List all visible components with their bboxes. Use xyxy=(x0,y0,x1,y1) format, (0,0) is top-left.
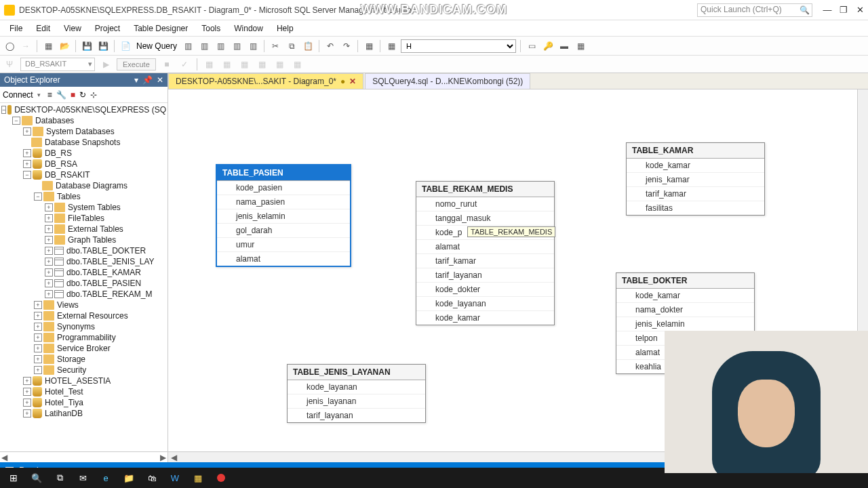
oe-refresh-icon[interactable]: ↻ xyxy=(79,90,86,100)
tree-table[interactable]: dbo.TABLE_PASIEN xyxy=(66,279,141,288)
twisty-icon[interactable]: + xyxy=(45,214,53,222)
tree-exttables[interactable]: External Tables xyxy=(68,224,123,234)
key-icon[interactable]: 🔑 xyxy=(541,39,555,53)
twisty-icon[interactable]: + xyxy=(34,333,42,342)
twisty-icon[interactable]: + xyxy=(45,279,53,287)
record-icon[interactable] xyxy=(210,468,232,487)
table-column[interactable]: kode_layanan xyxy=(416,297,554,311)
twisty-icon[interactable]: + xyxy=(34,312,42,320)
twisty-icon[interactable]: + xyxy=(34,344,42,352)
oe-plus-icon[interactable]: ⊹ xyxy=(90,90,97,100)
twisty-icon[interactable]: − xyxy=(23,171,31,179)
table-column[interactable]: nomo_rurut xyxy=(416,197,554,211)
twisty-icon[interactable]: − xyxy=(1,106,6,114)
tree-db[interactable]: HOTEL_ASESTIA xyxy=(45,376,111,386)
twisty-icon[interactable]: + xyxy=(45,225,53,233)
table-header[interactable]: TABLE_REKAM_MEDIS xyxy=(416,182,554,197)
tree-syn[interactable]: Synonyms xyxy=(57,322,95,331)
table-column[interactable]: umur xyxy=(217,238,350,252)
tree-prog[interactable]: Programmability xyxy=(57,333,116,342)
table-column[interactable]: gol_darah xyxy=(217,224,350,238)
branch-icon[interactable]: Ψ xyxy=(3,58,16,71)
open-icon[interactable]: 📂 xyxy=(58,39,71,53)
twisty-icon[interactable]: + xyxy=(23,377,31,385)
table-column[interactable]: kode_kamar xyxy=(416,311,554,325)
dmx-icon[interactable]: ▥ xyxy=(230,39,243,53)
menu-table-designer[interactable]: Table Designer xyxy=(127,22,195,35)
new-item-icon[interactable]: ▦ xyxy=(41,39,55,53)
copy-icon[interactable]: ⧉ xyxy=(285,39,298,53)
save-all-icon[interactable]: 💾 xyxy=(96,39,110,53)
quick-launch-input[interactable]: Quick Launch (Ctrl+Q)🔍 xyxy=(697,3,812,17)
table-column[interactable]: kode_kamar xyxy=(616,289,754,303)
table-column[interactable]: jenis_layanan xyxy=(288,394,425,409)
menu-tools[interactable]: Tools xyxy=(195,22,227,35)
twisty-icon[interactable]: + xyxy=(45,290,53,298)
table-column[interactable]: tanggal_masuk xyxy=(416,211,554,226)
tree-table[interactable]: dbo.TABLE_KAMAR xyxy=(66,268,141,277)
twisty-icon[interactable]: + xyxy=(23,409,31,418)
oe-dropdown-icon[interactable]: ▾ xyxy=(134,75,138,85)
tree-tables[interactable]: Tables xyxy=(57,192,81,201)
tree-systables[interactable]: System Tables xyxy=(68,203,121,212)
oe-close-icon[interactable]: ✕ xyxy=(157,75,163,85)
tree-extres[interactable]: External Resources xyxy=(57,311,128,321)
tree-snapshots[interactable]: Database Snapshots xyxy=(45,138,120,147)
minimize-button[interactable]: — xyxy=(823,6,831,14)
close-button[interactable]: ✕ xyxy=(856,6,864,14)
xmla-icon[interactable]: ▥ xyxy=(246,39,260,53)
tree-table[interactable]: dbo.TABLE_REKAM_M xyxy=(66,289,153,299)
tree-views[interactable]: Views xyxy=(57,300,79,310)
tool-icon[interactable]: ▦ xyxy=(384,39,398,53)
oe-stop-icon[interactable]: ■ xyxy=(71,90,75,100)
table-column[interactable]: kode_pasien xyxy=(217,181,350,195)
database-selector[interactable]: DB_RSAKIT xyxy=(20,58,95,71)
twisty-icon[interactable]: + xyxy=(23,160,31,168)
twisty-icon[interactable]: + xyxy=(34,366,42,374)
table-column[interactable]: alamat xyxy=(217,252,350,266)
tree-db[interactable]: Hotel_Tiya xyxy=(45,398,83,407)
cut-icon[interactable]: ✂ xyxy=(269,39,282,53)
table-column[interactable]: nama_pasien xyxy=(217,195,350,209)
menu-view[interactable]: View xyxy=(57,22,88,35)
tab-query[interactable]: SQLQuery4.sql - D...KNE\Kombongi (52)) xyxy=(365,73,530,89)
nav-fwd-icon[interactable]: → xyxy=(19,39,33,53)
oe-filter-icon[interactable]: ≡ xyxy=(47,90,52,100)
store-icon[interactable]: 🛍 xyxy=(141,468,163,487)
table-header[interactable]: TABLE_KAMAR xyxy=(627,143,764,159)
table-column[interactable]: tarif_layanan xyxy=(288,409,425,422)
oe-pin-icon[interactable]: 📌 xyxy=(142,75,153,85)
menu-file[interactable]: File xyxy=(3,22,29,35)
table-column[interactable]: kode_kamar xyxy=(627,159,764,173)
menu-edit[interactable]: Edit xyxy=(29,22,57,35)
oe-hscroll[interactable]: ◀▶ xyxy=(0,451,167,462)
twisty-icon[interactable]: + xyxy=(45,258,53,266)
mail-icon[interactable]: ✉ xyxy=(72,468,94,487)
index-icon[interactable]: ▬ xyxy=(557,39,571,53)
tree-dd[interactable]: Database Diagrams xyxy=(56,181,127,190)
menu-help[interactable]: Help xyxy=(270,22,300,35)
twisty-icon[interactable]: + xyxy=(23,149,31,157)
tree-sb[interactable]: Service Broker xyxy=(57,344,111,353)
menu-project[interactable]: Project xyxy=(88,22,127,35)
mdx-icon[interactable]: ▥ xyxy=(214,39,227,53)
tree-databases[interactable]: Databases xyxy=(35,116,74,125)
search-icon[interactable]: 🔍 xyxy=(26,468,47,487)
table-column[interactable]: nama_dokter xyxy=(616,303,754,317)
undo-icon[interactable]: ↶ xyxy=(323,39,337,53)
tree-graphtables[interactable]: Graph Tables xyxy=(68,235,116,245)
table-column[interactable]: kode_layanan xyxy=(288,380,425,394)
combo-selector[interactable]: H xyxy=(401,39,516,53)
redo-icon[interactable]: ↷ xyxy=(340,39,353,53)
twisty-icon[interactable]: + xyxy=(23,399,31,407)
tab-diagram[interactable]: DESKTOP-A05SKNE\...SAKIT - Diagram_0*●✕ xyxy=(168,73,363,89)
table-rekam-medis[interactable]: TABLE_REKAM_MEDIS nomo_rurut tanggal_mas… xyxy=(416,181,555,325)
start-button[interactable]: ⊞ xyxy=(3,468,24,487)
execute-button[interactable]: Execute xyxy=(117,58,156,70)
twisty-icon[interactable]: − xyxy=(34,192,42,201)
tree-db[interactable]: DB_RS xyxy=(45,148,72,158)
twisty-icon[interactable]: + xyxy=(45,247,53,255)
app-icon[interactable]: ▦ xyxy=(187,468,209,487)
tree-sec[interactable]: Security xyxy=(57,365,86,375)
table-kamar[interactable]: TABLE_KAMAR kode_kamar jenis_kamar tarif… xyxy=(626,142,765,216)
